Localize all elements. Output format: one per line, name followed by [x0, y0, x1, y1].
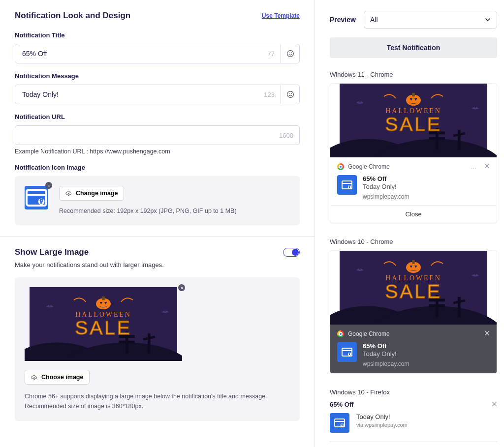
emoji-icon[interactable]: [281, 85, 299, 104]
preview-w11-heading: Windows 11 - Chrome: [330, 71, 497, 78]
notif-site: wpsimplepay.com: [363, 360, 409, 367]
notif-via: via wpsimplepay.com: [356, 422, 408, 428]
choose-image-label: Choose image: [41, 374, 83, 381]
message-label: Notification Message: [15, 72, 300, 80]
large-image-heading: Show Large Image: [15, 247, 89, 257]
preview-w11-card: Google Chrome … 65% Off Today Only! wpsi…: [330, 83, 497, 223]
test-notification-button[interactable]: Test Notification: [330, 37, 497, 58]
notif-site: wpsimplepay.com: [363, 193, 409, 200]
message-input[interactable]: [15, 85, 258, 104]
title-input[interactable]: [15, 44, 262, 63]
close-icon[interactable]: [484, 330, 490, 337]
large-image-card: Choose image Chrome 56+ supports display…: [15, 277, 300, 421]
title-counter: 77: [262, 50, 281, 58]
chrome-icon: [337, 163, 344, 170]
preview-w10-heading: Windows 10 - Chrome: [330, 238, 497, 245]
notif-message: Today Only!: [363, 350, 409, 358]
url-label: Notification URL: [15, 113, 300, 120]
notif-close-button[interactable]: Close: [330, 205, 497, 223]
large-image-sub: Make your notifications stand out with l…: [15, 261, 300, 268]
notif-message: Today Only!: [356, 413, 408, 420]
more-icon[interactable]: …: [471, 163, 476, 170]
icon-image-label: Notification Icon Image: [15, 164, 300, 171]
use-template-link[interactable]: Use Template: [262, 12, 300, 19]
preview-w10-card: Google Chrome 65% Off Today Only! wpsimp…: [330, 250, 497, 374]
url-input[interactable]: [15, 126, 273, 145]
title-label: Notification Title: [15, 31, 300, 39]
url-counter: 1600: [273, 132, 299, 139]
large-note-1: Chrome 56+ supports displaying a large i…: [25, 391, 290, 401]
section-title: Notification Look and Design: [15, 11, 130, 21]
browser-name: Google Chrome: [348, 330, 390, 337]
app-icon: [330, 413, 349, 433]
preview-ff-heading: Windows 10 - Firefox: [330, 388, 497, 396]
app-icon: [337, 175, 357, 195]
icon-recommended-text: Recommended size: 192px x 192px (JPG, PN…: [59, 208, 237, 214]
preview-select[interactable]: All: [364, 11, 497, 29]
preview-ff-card: 65% Off Today Only! via wpsimplepay.com: [330, 401, 497, 442]
notif-title: 65% Off: [363, 175, 409, 182]
large-image-preview: [25, 287, 182, 361]
preview-select-value: All: [370, 16, 378, 24]
icon-thumbnail: [25, 186, 48, 209]
close-icon[interactable]: [484, 163, 490, 170]
choose-image-button[interactable]: Choose image: [25, 370, 90, 385]
notification-hero-image: [330, 251, 497, 325]
emoji-icon[interactable]: [281, 44, 299, 63]
message-counter: 123: [258, 91, 281, 98]
browser-name: Google Chrome: [348, 163, 390, 170]
chrome-icon: [337, 330, 344, 337]
notif-title: 65% Off: [363, 342, 409, 350]
notification-hero-image: [330, 84, 497, 157]
preview-label: Preview: [330, 16, 356, 24]
icon-image-card: Change image Recommended size: 192px x 1…: [15, 176, 300, 225]
large-image-toggle[interactable]: [283, 248, 300, 257]
close-icon[interactable]: [492, 401, 497, 408]
notif-title: 65% Off: [330, 401, 353, 408]
remove-icon[interactable]: [45, 182, 52, 189]
change-image-label: Change image: [76, 190, 118, 197]
large-note-2: Recommended size of image is 360*180px.: [25, 401, 290, 411]
notif-message: Today Only!: [363, 183, 409, 190]
remove-icon[interactable]: [178, 284, 185, 291]
chevron-down-icon: [485, 17, 491, 23]
url-example: Example Notification URL : https://www.p…: [15, 148, 300, 155]
change-image-button[interactable]: Change image: [59, 186, 124, 201]
app-icon: [337, 342, 357, 362]
